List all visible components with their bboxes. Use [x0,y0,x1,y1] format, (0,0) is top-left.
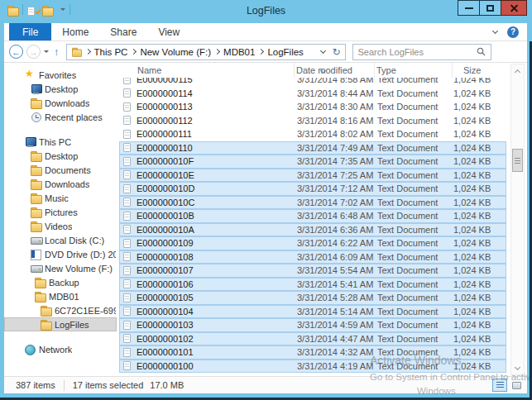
table-row[interactable]: E000000010B 3/31/2014 6:48 AM Text Docum… [119,209,506,223]
sidebar-item-desktop[interactable]: Desktop [4,82,117,96]
sidebar-item-this-pc[interactable]: This PC [4,135,117,149]
file-date-modified: 3/31/2014 6:48 AM [295,211,376,221]
table-row[interactable]: E0000000110 3/31/2014 7:49 AM Text Docum… [119,141,506,155]
sidebar-item-label: Favorites [39,70,76,80]
sidebar-item-downloads[interactable]: Downloads [4,96,117,110]
sidebar-item-6c72c1ee-6995[interactable]: 6C72C1EE-6995- [4,303,117,317]
dvd-icon [31,249,42,260]
sidebar-item-desktop[interactable]: Desktop [4,149,117,163]
maximize-button[interactable] [479,0,501,16]
scroll-up-button[interactable] [511,64,524,77]
properties-button[interactable] [27,4,38,15]
close-button[interactable] [501,0,527,16]
sidebar-item-backup[interactable]: Backup [4,275,117,289]
ribbon-collapse-icon[interactable] [492,27,498,33]
qat-customize-icon[interactable] [60,8,65,11]
table-row[interactable]: E000000010A 3/31/2014 6:36 AM Text Docum… [119,223,506,237]
table-row[interactable]: E0000000112 3/31/2014 8:16 AM Text Docum… [119,114,506,128]
table-row[interactable]: E000000010C 3/31/2014 7:02 AM Text Docum… [119,196,506,210]
status-bar: 387 items 17 items selected 17.0 MB [4,376,527,393]
sidebar-item-recent-places[interactable]: Recent places [4,110,117,124]
text-file-icon [123,102,131,112]
table-row[interactable]: E0000000106 3/31/2014 5:41 AM Text Docum… [119,278,506,292]
file-date-modified: 3/31/2014 4:59 AM [295,320,376,330]
file-size: 1,024 KB [453,279,506,289]
folder-icon [31,193,42,203]
file-size: 1,024 KB [453,129,506,139]
tab-view[interactable]: View [147,23,190,40]
text-file-icon [123,321,131,330]
breadcrumb-separator-icon [258,49,264,55]
sidebar-item-music[interactable]: Music [4,191,117,205]
breadcrumb-item-new-volume[interactable]: New Volume (F:) [138,47,213,57]
sidebar-item-favorites[interactable]: Favorites [4,68,117,82]
table-row[interactable]: E0000000114 3/31/2014 8:44 AM Text Docum… [119,87,506,101]
sidebar-item-logfiles[interactable]: LogFiles [4,317,117,331]
scroll-thumb[interactable] [512,149,523,172]
new-folder-button[interactable] [42,4,53,15]
breadcrumb[interactable]: This PC New Volume (F:) MDB01 LogFiles [66,44,346,60]
column-header-name[interactable]: Name [119,63,295,78]
column-header-size[interactable]: Size [453,63,506,78]
sidebar-item-downloads[interactable]: Downloads [4,177,117,191]
table-row[interactable]: E000000010F 3/31/2014 7:35 AM Text Docum… [119,155,506,169]
search-input[interactable] [353,47,477,57]
file-date-modified: 3/31/2014 7:25 AM [295,170,376,180]
table-row[interactable]: E000000010D 3/31/2014 7:12 AM Text Docum… [119,182,506,196]
tab-file[interactable]: File [9,23,51,40]
sidebar: Favorites Desktop Downloads Recent place… [4,63,117,376]
table-row[interactable]: E000000010E 3/31/2014 7:25 AM Text Docum… [119,169,506,183]
tab-share[interactable]: Share [99,23,147,40]
view-details-button[interactable] [492,379,507,392]
file-name: E0000000109 [137,238,194,248]
sidebar-item-videos[interactable]: Videos [4,219,117,233]
file-type: Text Document [376,116,453,126]
sidebar-item-documents[interactable]: Documents [4,163,117,177]
column-header-date-modified[interactable]: Date modified [295,63,375,78]
table-row[interactable]: E0000000103 3/31/2014 4:59 AM Text Docum… [119,318,506,332]
table-row[interactable]: E0000000102 3/31/2014 4:47 AM Text Docum… [119,332,506,346]
table-row[interactable]: E0000000111 3/31/2014 8:02 AM Text Docum… [119,127,506,141]
file-size: 1,024 KB [453,102,506,112]
sidebar-item-local-disk-c[interactable]: Local Disk (C:) [4,233,117,247]
table-row[interactable]: E0000000107 3/31/2014 5:54 AM Text Docum… [119,264,506,278]
help-button[interactable] [507,26,519,38]
table-row[interactable]: E0000000115 3/31/2014 8:58 AM Text Docum… [119,78,506,87]
table-row[interactable]: E0000000101 3/31/2014 4:32 AM Text Docum… [119,345,506,360]
sidebar-item-mdb01[interactable]: MDB01 [4,289,117,303]
tab-home[interactable]: Home [51,23,99,40]
table-row[interactable]: E0000000105 3/31/2014 5:28 AM Text Docum… [119,291,506,305]
table-row[interactable]: E0000000104 3/31/2014 5:14 AM Text Docum… [119,305,506,319]
table-row[interactable]: E0000000109 3/31/2014 6:22 AM Text Docum… [119,236,506,250]
sidebar-item-new-volume-f[interactable]: New Volume (F:) [4,261,117,275]
vertical-scrollbar[interactable] [510,64,525,375]
folder-icon [31,179,42,189]
breadcrumb-item-this-pc[interactable]: This PC [93,47,130,57]
minimize-button[interactable] [458,0,480,16]
sidebar-item-network[interactable]: Network [4,342,117,356]
column-header-type[interactable]: Type [375,63,453,78]
table-row[interactable]: E0000000100 3/31/2014 4:19 AM Text Docum… [119,360,506,374]
file-date-modified: 3/31/2014 5:41 AM [295,279,376,289]
table-row[interactable]: E0000000113 3/31/2014 8:30 AM Text Docum… [119,100,506,114]
back-button[interactable] [9,45,23,59]
status-separator [64,380,65,391]
recent-locations-icon[interactable] [44,50,49,53]
text-file-icon [123,130,131,139]
recent-icon [31,112,42,122]
forward-button[interactable] [26,45,41,59]
file-type: Text Document [376,225,453,235]
explorer-icon[interactable] [7,4,18,15]
table-row[interactable]: E0000000108 3/31/2014 6:09 AM Text Docum… [119,250,506,264]
breadcrumb-item-mdb01[interactable]: MDB01 [222,47,256,57]
sidebar-item-pictures[interactable]: Pictures [4,205,117,219]
scroll-down-button[interactable] [511,362,524,374]
view-thumbnails-button[interactable] [509,379,524,392]
breadcrumb-item-logfiles[interactable]: LogFiles [266,47,304,57]
up-button[interactable] [54,45,60,58]
refresh-button[interactable] [332,46,340,58]
folder-icon [41,305,52,316]
sidebar-item-dvd-drive-d-2013s[interactable]: DVD Drive (D:) 2013S [4,247,117,261]
main-area: Favorites Desktop Downloads Recent place… [4,63,527,376]
address-dropdown-icon[interactable] [320,47,326,53]
